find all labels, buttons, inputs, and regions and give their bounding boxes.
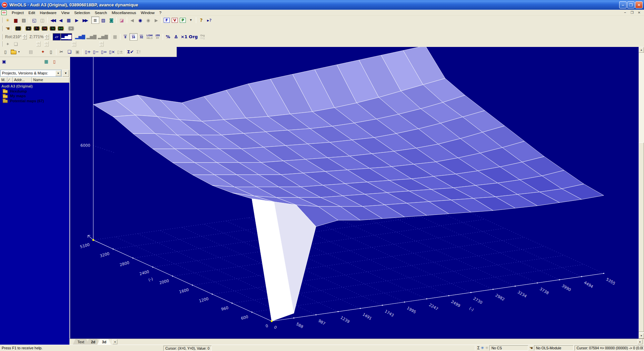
mdi-restore-button[interactable]: ❐ <box>629 10 635 15</box>
edit-window-button[interactable]: ▨ <box>99 16 107 24</box>
export-image-button[interactable]: ▦ <box>42 58 50 65</box>
previous-version-button[interactable]: ◀ <box>57 16 65 24</box>
menu-view[interactable]: View <box>59 10 72 15</box>
show-parameters-button[interactable]: P <box>179 16 187 24</box>
factor-view-button[interactable]: ×1 <box>180 33 188 41</box>
tab-scroll-right-icon[interactable]: ▸ <box>638 339 643 344</box>
depth-32-button[interactable]: ||||32 <box>138 33 146 41</box>
chevron-down-icon[interactable]: ▼ <box>18 51 20 53</box>
export-doc-button[interactable]: ▯ <box>50 58 58 65</box>
menu-project[interactable]: Project <box>9 10 26 15</box>
save-version-button[interactable]: ▣ <box>0 58 8 65</box>
surface-plot[interactable]: 600006009601200160020002400280032005100(… <box>70 47 639 339</box>
column-header-[interactable]: ∕ <box>7 77 13 83</box>
menu-edit[interactable]: Edit <box>26 10 38 15</box>
chevron-down-icon[interactable]: ▼ <box>55 70 61 76</box>
open-project-button[interactable]: ▆ <box>12 16 20 24</box>
minimize-button[interactable]: – <box>619 1 627 8</box>
scrollbar-thumb[interactable] <box>639 142 644 332</box>
map-3d-view[interactable]: 600006009601200160020002400280032005100(… <box>70 47 639 339</box>
column-header-name[interactable]: Name <box>32 77 69 83</box>
drag-map-button[interactable]: ☚ <box>4 25 12 32</box>
view-surface-button[interactable]: ▱ <box>53 33 61 41</box>
export-data-button[interactable]: ▯ <box>47 48 55 56</box>
original-compare-button[interactable]: OrgOrg <box>199 33 207 41</box>
panel-selector[interactable]: Projects, Versions & Maps: ▼ <box>0 70 62 77</box>
show-dropdown-button[interactable]: ▼ <box>187 16 195 24</box>
original-view-button[interactable]: Org <box>188 33 199 41</box>
tab-3d[interactable]: 3d <box>97 339 111 345</box>
first-version-button[interactable]: ◀◀ <box>49 16 57 24</box>
version-list-button[interactable]: ≣ <box>91 16 99 24</box>
byte-order-button[interactable]: LOHIHILO <box>146 33 154 41</box>
recycle-bin-button[interactable]: ◙ <box>107 16 115 24</box>
last-version-button[interactable]: ▶▶ <box>81 16 89 24</box>
version-overview-button[interactable]: ▦ <box>65 16 73 24</box>
toolbar-grip[interactable] <box>1 17 2 23</box>
map-wizard-button[interactable]: ▂▅▇ <box>74 33 86 41</box>
help-button[interactable]: ? <box>197 16 205 24</box>
menu-selection[interactable]: Selection <box>72 10 92 15</box>
show-functions-button[interactable]: F <box>163 16 171 24</box>
tree-item-potential-maps-67-[interactable]: Potential maps (67) <box>0 99 69 104</box>
import-data-button[interactable]: ✦ <box>39 48 47 56</box>
tree-item-my-maps[interactable]: My maps <box>0 94 69 99</box>
show-variables-button[interactable]: V <box>171 16 179 24</box>
menu-[interactable]: ? <box>157 10 164 15</box>
delta-view-button[interactable]: ∆ <box>172 33 180 41</box>
print-button[interactable]: ▤ <box>20 16 28 24</box>
next-map-button[interactable]: ↘ <box>49 25 57 32</box>
map-search-button[interactable]: ?× <box>41 25 49 32</box>
spin-down-icon[interactable]: ▼ <box>22 37 27 40</box>
map-overview-button[interactable] <box>14 25 22 32</box>
menu-search[interactable]: Search <box>93 10 109 15</box>
column-header-m[interactable]: M. <box>0 77 7 83</box>
menu-miscellaneous[interactable]: Miscellaneous <box>109 10 139 15</box>
value-base-button[interactable]: 255FF <box>154 33 162 41</box>
menu-hardware[interactable]: Hardware <box>38 10 59 15</box>
insert-add-button[interactable]: ▯+ <box>84 48 92 56</box>
vertical-scrollbar[interactable]: ▲ ▼ <box>639 47 644 339</box>
cut-button[interactable]: ✂ <box>57 48 65 56</box>
context-help-button[interactable]: ▸? <box>205 16 213 24</box>
map-goto-button[interactable]: ➤ <box>67 25 75 32</box>
percent-view-button[interactable]: % <box>164 33 172 41</box>
previous-map-button[interactable]: ↖ <box>33 25 41 32</box>
depth-8-button[interactable]: ||||8 <box>121 33 129 41</box>
tab-scroll-left-icon[interactable]: ◂ <box>112 339 117 344</box>
panel-options-button[interactable]: ▼ <box>62 70 69 77</box>
open-version-button[interactable]: ▼ <box>10 48 21 56</box>
insert-multiply-button[interactable]: ▯× <box>108 48 116 56</box>
mdi-minimize-button[interactable]: – <box>622 10 628 15</box>
close-button[interactable]: ✕ <box>635 1 643 8</box>
tree-item-hexdump[interactable]: Hexdump <box>0 89 69 94</box>
winols-app-icon[interactable] <box>2 2 7 8</box>
scroll-up-icon[interactable]: ▲ <box>639 47 644 53</box>
tab-text[interactable]: Text <box>73 339 89 345</box>
view-bars-button[interactable]: ▂▅▇ <box>61 33 72 41</box>
eraser-button[interactable]: ◪ <box>118 16 126 24</box>
rotation-control[interactable]: Rot:210°▲▼ <box>5 34 27 40</box>
spin-up-icon[interactable]: ▲ <box>45 34 49 37</box>
depth-16-button[interactable]: ||||16 <box>129 33 138 41</box>
tree-item-audi-a3-original-[interactable]: Audi A3 (Original) <box>0 84 69 89</box>
mdi-child-icon[interactable]: IOI <box>1 10 7 15</box>
toolbar-grip[interactable] <box>1 41 2 47</box>
surface-mesh[interactable] <box>93 47 604 321</box>
copy-button[interactable]: ❏ <box>65 48 73 56</box>
import-wizard-button[interactable]: ✳ <box>4 16 12 24</box>
spin-up-icon[interactable]: ▲ <box>22 34 27 37</box>
toolbar-grip[interactable] <box>1 26 2 31</box>
new-version-button[interactable]: ▯ <box>1 48 10 56</box>
checksum-ok-button[interactable]: Σ✔ <box>126 48 135 56</box>
map-number-button[interactable]: #-# <box>57 25 65 32</box>
spin-down-icon[interactable]: ▼ <box>45 37 49 40</box>
insert-equal-button[interactable]: ▯= <box>100 48 108 56</box>
scroll-down-icon[interactable]: ▼ <box>639 333 644 339</box>
menu-window[interactable]: Window <box>139 10 157 15</box>
insert-subtract-button[interactable]: ▯− <box>92 48 100 56</box>
window-properties-button[interactable]: ◱ <box>30 16 38 24</box>
map-compare-button[interactable]: = <box>24 25 33 32</box>
column-header-addr[interactable]: Addr... <box>13 77 32 83</box>
restore-button[interactable]: ❐ <box>627 1 635 8</box>
